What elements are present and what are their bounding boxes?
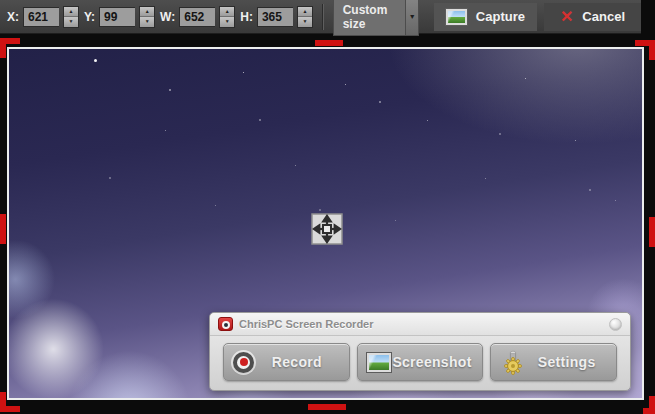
y-field-group: Y: ▲ ▼ [84,6,155,28]
settings-button-label: Settings [526,354,607,370]
chevron-down-icon: ▼ [406,0,418,36]
width-field-group: W: ▲ ▼ [160,6,235,28]
x-spinner-down-icon[interactable]: ▼ [64,16,78,27]
starfield [169,89,171,91]
x-field-group: X: ▲ ▼ [7,6,79,28]
selection-corner-bottom-left[interactable] [0,392,20,412]
width-spinner-up-icon[interactable]: ▲ [220,7,234,17]
cancel-x-icon: ✕ [560,9,573,25]
capture-button-label: Capture [476,9,525,24]
width-spinner-down-icon[interactable]: ▼ [220,16,234,27]
x-spinner: ▲ ▼ [63,6,79,28]
width-spinner: ▲ ▼ [219,6,235,28]
app-camera-icon [218,317,233,331]
x-label: X: [7,10,19,24]
cancel-button-label: Cancel [582,9,625,24]
y-spinner-up-icon[interactable]: ▲ [140,7,154,17]
size-preset-value: Custom size [333,0,407,36]
height-spinner-down-icon[interactable]: ▼ [298,16,312,27]
height-field-group: H: ▲ ▼ [240,6,313,28]
height-input[interactable] [257,7,293,27]
size-preset-dropdown[interactable]: Custom size ▼ [333,0,419,36]
screenshot-button-label: Screenshot [391,354,474,370]
cancel-button[interactable]: ✕ Cancel [544,3,641,31]
settings-button[interactable]: Settings [490,343,617,381]
selection-corner-bottom-right[interactable] [643,396,655,414]
selection-corner-top-left[interactable] [0,38,20,58]
capture-button[interactable]: Capture [434,3,537,31]
record-button[interactable]: Record [223,343,350,381]
capture-image-icon [446,9,467,25]
screenshot-button[interactable]: Screenshot [357,343,484,381]
y-spinner: ▲ ▼ [139,6,155,28]
selection-handle-bottom[interactable] [308,404,346,410]
recorder-window: ChrisPC Screen Recorder Record Screensho… [209,312,631,391]
capture-region[interactable]: ChrisPC Screen Recorder Record Screensho… [7,47,644,400]
close-icon[interactable] [609,318,622,331]
capture-toolbar: X: ▲ ▼ Y: ▲ ▼ W: ▲ ▼ H: ▲ ▼ Custom size [0,0,641,34]
selection-handle-left[interactable] [0,214,6,244]
recorder-button-row: Record Screenshot [210,336,630,381]
x-input[interactable] [23,7,59,27]
record-icon [233,352,254,373]
height-spinner-up-icon[interactable]: ▲ [298,7,312,17]
width-input[interactable] [179,7,215,27]
y-label: Y: [84,10,95,24]
starfield [94,59,97,62]
record-button-label: Record [254,354,340,370]
recorder-titlebar[interactable]: ChrisPC Screen Recorder [210,313,630,336]
y-input[interactable] [99,7,135,27]
selection-handle-top[interactable] [315,40,343,46]
width-label: W: [160,10,175,24]
selection-handle-right[interactable] [649,217,655,247]
selection-corner-top-right[interactable] [635,40,655,60]
toolbar-separator [322,4,324,30]
move-cursor-icon[interactable] [311,213,343,245]
window-title: ChrisPC Screen Recorder [239,318,374,330]
settings-gear-icon [500,349,526,376]
x-spinner-up-icon[interactable]: ▲ [64,7,78,17]
screenshot-icon [367,353,391,372]
height-spinner: ▲ ▼ [297,6,313,28]
height-label: H: [240,10,253,24]
y-spinner-down-icon[interactable]: ▼ [140,16,154,27]
